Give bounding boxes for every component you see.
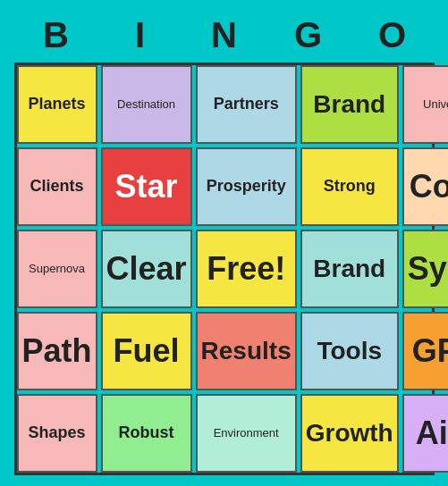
letter-o: O [351,12,435,59]
cell-r1-c1[interactable]: Planets [17,65,97,144]
letter-i: I [98,12,182,59]
cell-r2-c5[interactable]: Core [402,147,448,226]
cell-r4-c1[interactable]: Path [17,312,97,390]
cell-r4-c3[interactable]: Results [196,312,297,390]
cell-r1-c5[interactable]: Universe [402,65,448,144]
bingo-header: B I N G O [14,12,435,59]
cell-r2-c4[interactable]: Strong [300,147,399,226]
cell-r1-c3[interactable]: Partners [196,65,297,144]
letter-g: G [266,12,351,59]
cell-r5-c4[interactable]: Growth [300,394,399,473]
cell-r1-c2[interactable]: Destination [101,65,192,144]
cell-r2-c3[interactable]: Prosperity [196,147,297,226]
cell-r5-c3[interactable]: Environment [196,394,297,473]
letter-b: B [14,12,98,59]
cell-r2-c1[interactable]: Clients [17,147,97,226]
bingo-card: B I N G O PlanetsDestinationPartnersBran… [5,3,444,484]
cell-r4-c2[interactable]: Fuel [101,312,192,390]
letter-n: N [182,12,266,59]
cell-r3-c5[interactable]: Sync [402,230,448,308]
cell-r5-c2[interactable]: Robust [101,394,192,473]
cell-r4-c4[interactable]: Tools [300,312,399,390]
cell-r3-c4[interactable]: Brand [300,230,399,308]
bingo-grid: PlanetsDestinationPartnersBrandUniverseC… [14,63,435,475]
cell-r5-c1[interactable]: Shapes [17,394,97,473]
cell-r3-c3[interactable]: Free! [196,230,297,308]
cell-r1-c4[interactable]: Brand [300,65,399,144]
cell-r5-c5[interactable]: Aim [402,394,448,473]
cell-r3-c2[interactable]: Clear [101,230,192,308]
cell-r2-c2[interactable]: Star [101,147,192,226]
cell-r4-c5[interactable]: GPS [402,312,448,390]
cell-r3-c1[interactable]: Supernova [17,230,97,308]
